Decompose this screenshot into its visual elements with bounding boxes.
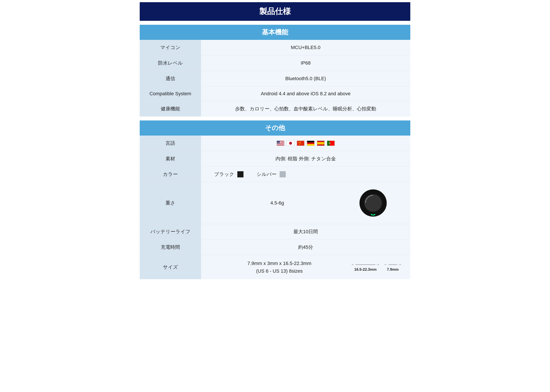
value-language: ★★★★★★ ★ ★ ★ ★ bbox=[201, 136, 410, 151]
svg-rect-19 bbox=[307, 144, 314, 146]
value-communication: Bluetooth5.0 (BLE) bbox=[201, 71, 410, 86]
value-weight: 4.5-6g bbox=[201, 182, 410, 224]
label-language: 言語 bbox=[140, 136, 201, 151]
color-silver-label: シルバー bbox=[257, 171, 277, 178]
label-size: サイズ bbox=[140, 255, 201, 280]
value-health: 歩数、カロリー、心拍数、血中酸素レベル、睡眠分析、心拍変動 bbox=[201, 101, 410, 117]
page-title: 製品仕様 bbox=[140, 2, 410, 21]
svg-rect-5 bbox=[277, 144, 284, 145]
svg-rect-6 bbox=[277, 145, 284, 145]
label-waterproof: 防水レベル bbox=[140, 56, 201, 71]
table-row: 重さ 4.5-6g bbox=[140, 182, 410, 224]
label-microcontroller: マイコン bbox=[140, 40, 201, 56]
table-row: 健康機能 歩数、カロリー、心拍数、血中酸素レベル、睡眠分析、心拍変動 bbox=[140, 101, 410, 117]
flag-container: ★★★★★★ ★ ★ ★ ★ bbox=[208, 140, 404, 146]
value-charge-time: 約45分 bbox=[201, 240, 410, 255]
size-value-line2: (US 6 - US 13) 8sizes bbox=[208, 267, 351, 275]
table-row: 防水レベル IP68 bbox=[140, 56, 410, 71]
label-material: 素材 bbox=[140, 151, 201, 167]
basic-section: 基本機能 マイコン MCU+BLE5.0 防水レベル IP68 通信 Bluet… bbox=[140, 25, 410, 117]
table-row: Compatible System Android 4.4 and above … bbox=[140, 86, 410, 101]
color-silver-item: シルバー bbox=[257, 171, 286, 178]
table-row: サイズ 7.9mm x 3mm x 16.5-22.3mm (US 6 - US… bbox=[140, 255, 410, 280]
ring-dimension-1: ←→ 16.5-22.3mm bbox=[351, 263, 380, 272]
color-options: ブラック シルバー bbox=[208, 171, 404, 178]
ring-top-view bbox=[359, 189, 387, 217]
svg-point-29 bbox=[371, 214, 372, 215]
label-weight: 重さ bbox=[140, 182, 201, 224]
other-section: その他 言語 bbox=[140, 120, 410, 279]
flag-de bbox=[307, 140, 315, 146]
svg-rect-18 bbox=[307, 142, 314, 144]
label-color: カラー bbox=[140, 167, 201, 182]
svg-text:★★★★★★: ★★★★★★ bbox=[277, 141, 282, 143]
svg-point-26 bbox=[329, 143, 330, 144]
size-value-line1: 7.9mm x 3mm x 16.5-22.3mm bbox=[208, 259, 351, 267]
table-row: 充電時間 約45分 bbox=[140, 240, 410, 255]
label-health: 健康機能 bbox=[140, 101, 201, 117]
flag-cn: ★ ★ ★ ★ ★ bbox=[297, 140, 305, 146]
label-compatible-system: Compatible System bbox=[140, 86, 201, 101]
value-microcontroller: MCU+BLE5.0 bbox=[201, 40, 410, 56]
table-row: マイコン MCU+BLE5.0 bbox=[140, 40, 410, 56]
other-spec-table: 言語 ★★★★★★ bbox=[140, 136, 410, 279]
svg-point-28 bbox=[364, 194, 382, 212]
value-battery: 最大10日間 bbox=[201, 224, 410, 240]
svg-text:★: ★ bbox=[299, 143, 300, 145]
table-row: バッテリーライフ 最大10日間 bbox=[140, 224, 410, 240]
svg-point-31 bbox=[374, 214, 375, 215]
svg-point-10 bbox=[289, 142, 292, 145]
flag-us: ★★★★★★ bbox=[277, 140, 285, 146]
color-silver-swatch bbox=[280, 171, 286, 177]
label-communication: 通信 bbox=[140, 71, 201, 86]
svg-point-30 bbox=[372, 214, 374, 216]
color-black-label: ブラック bbox=[214, 171, 234, 178]
svg-rect-17 bbox=[307, 141, 314, 142]
flag-es bbox=[317, 140, 325, 146]
table-row: カラー ブラック シルバー bbox=[140, 167, 410, 182]
table-row: 素材 内側: 樹脂 外側: チタン合金 bbox=[140, 151, 410, 167]
dim1-label: 16.5-22.3mm bbox=[354, 267, 376, 272]
basic-spec-table: マイコン MCU+BLE5.0 防水レベル IP68 通信 Bluetooth5… bbox=[140, 40, 410, 117]
flag-pt bbox=[327, 140, 335, 146]
label-battery: バッテリーライフ bbox=[140, 224, 201, 240]
dim2-label: 7.9mm bbox=[387, 267, 399, 272]
value-waterproof: IP68 bbox=[201, 56, 410, 71]
color-black-item: ブラック bbox=[214, 171, 244, 178]
value-compatible-system: Android 4.4 and above iOS 8.2 and above bbox=[201, 86, 410, 101]
basic-section-header: 基本機能 bbox=[140, 25, 410, 40]
other-section-header: その他 bbox=[140, 120, 410, 136]
svg-rect-4 bbox=[277, 143, 284, 144]
flag-jp bbox=[287, 140, 294, 146]
ring-dimension-2: ←→ 7.9mm bbox=[384, 263, 402, 272]
table-row: 言語 ★★★★★★ bbox=[140, 136, 410, 151]
color-black-swatch bbox=[237, 171, 244, 177]
label-charge-time: 充電時間 bbox=[140, 240, 201, 255]
svg-rect-21 bbox=[317, 142, 325, 145]
table-row: 通信 Bluetooth5.0 (BLE) bbox=[140, 71, 410, 86]
value-size: 7.9mm x 3mm x 16.5-22.3mm (US 6 - US 13)… bbox=[201, 255, 410, 280]
value-material: 内側: 樹脂 外側: チタン合金 bbox=[201, 151, 410, 167]
value-color: ブラック シルバー bbox=[201, 167, 410, 182]
